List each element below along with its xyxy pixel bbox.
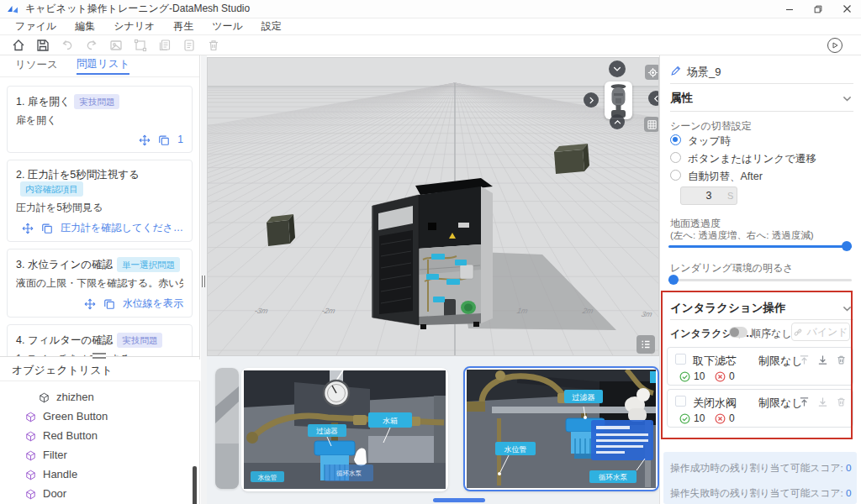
object-item-door[interactable]: Door <box>0 484 200 503</box>
checklist-icon[interactable] <box>182 39 196 52</box>
scene-list-icon[interactable] <box>637 335 655 354</box>
redo-icon[interactable] <box>85 39 98 52</box>
radio-button-link[interactable] <box>670 152 681 163</box>
save-icon[interactable] <box>36 39 50 52</box>
crate-object[interactable] <box>267 214 295 246</box>
viewport-3d[interactable]: -3m -2m 1m 2m 3m <box>207 57 659 356</box>
interaction-item-card[interactable]: 取下滤芯 制限なし 10 0 <box>667 347 853 386</box>
drag-handle-icon[interactable] <box>92 353 106 359</box>
chevron-down-icon[interactable] <box>842 302 853 314</box>
ground-transparency-knob[interactable] <box>842 241 852 251</box>
thumb-label: 循环水泵 <box>599 473 628 481</box>
radio-on-tap[interactable] <box>670 134 681 145</box>
trash-icon[interactable] <box>207 39 220 52</box>
copy-icon[interactable] <box>158 134 170 146</box>
maximize-button[interactable] <box>804 0 832 18</box>
sort-bottom-icon[interactable] <box>817 354 828 365</box>
scene-switch-label: シーンの切替設定 <box>670 119 752 134</box>
interaction-checkbox[interactable] <box>675 354 686 365</box>
fail-score: 0 <box>729 412 735 424</box>
radio-auto-switch[interactable] <box>670 170 681 181</box>
cabinet-machine-model[interactable] <box>372 178 493 329</box>
question-link[interactable]: 圧力計を確認してくださ… <box>61 221 183 235</box>
brightness-slider[interactable] <box>668 279 852 281</box>
move-icon[interactable] <box>22 222 34 234</box>
question-card[interactable]: 4. フィルターの確認実技問題 1. スイッチをオフにする。… 5 <box>7 324 193 356</box>
success-check-icon <box>679 370 690 382</box>
undo-icon[interactable] <box>61 39 74 52</box>
delete-icon[interactable] <box>836 396 847 407</box>
scene-thumbnail-partial[interactable] <box>215 368 239 489</box>
question-card[interactable]: 1. 扉を開く実技問題 扉を開く 1 <box>7 86 193 153</box>
ground-transparency-sublabel: (左へ: 透過度増、右へ: 透過度減) <box>670 229 813 242</box>
cube-icon <box>39 391 50 403</box>
interaction-item-card[interactable]: 关闭水阀 制限なし 10 0 <box>667 389 853 428</box>
move-icon[interactable] <box>139 134 151 146</box>
ground-transparency-slider[interactable] <box>668 245 852 248</box>
scene-thumbnail-selected[interactable]: 过滤器 水位管 循环水泵 <box>463 366 659 491</box>
order-toggle[interactable] <box>729 327 747 338</box>
interaction-header[interactable]: インタラクション操作 <box>670 301 786 316</box>
cabinet-door[interactable] <box>372 195 419 325</box>
edit-scene-name-icon[interactable] <box>670 64 682 76</box>
question-card[interactable]: 2. 圧力計を5秒間注視する内容確認項目 圧力計を5秒間見る 圧力計を確認してく… <box>7 160 193 242</box>
question-link[interactable]: 水位線を表示 <box>123 297 183 311</box>
transform-icon[interactable] <box>134 39 147 52</box>
tab-question-list[interactable]: 問題リスト <box>77 57 129 75</box>
move-icon[interactable] <box>84 297 96 310</box>
radio-button-link-label[interactable]: ボタンまたはリンクで遷移 <box>688 152 816 166</box>
menu-item-tools[interactable]: ツール <box>212 19 243 34</box>
sort-top-icon[interactable] <box>799 396 810 407</box>
properties-header[interactable]: 属性 <box>670 91 693 106</box>
object-item-zhizhen[interactable]: zhizhen <box>0 387 200 407</box>
collapse-chevron-icon[interactable] <box>609 60 626 77</box>
preview-play-button[interactable] <box>827 38 843 53</box>
floor-label: 1m <box>516 307 529 315</box>
menu-item-settings[interactable]: 設定 <box>261 19 282 34</box>
chevron-down-icon[interactable] <box>842 92 853 104</box>
grid-view-icon[interactable] <box>644 117 659 132</box>
copy-icon[interactable] <box>103 297 115 310</box>
copy-page-icon[interactable] <box>158 39 172 52</box>
success-score-value: 0 <box>846 462 852 474</box>
object-list-scrollbar[interactable] <box>193 466 197 504</box>
sort-top-icon[interactable] <box>799 354 810 365</box>
delete-icon[interactable] <box>836 354 847 365</box>
interaction-limit[interactable]: 制限なし <box>758 354 803 369</box>
menu-item-play[interactable]: 再生 <box>173 19 193 34</box>
question-desc: 液面の上限・下限を確認する。赤い矢印が基準… <box>16 277 183 290</box>
close-button[interactable] <box>832 0 861 18</box>
sort-bottom-icon[interactable] <box>817 396 828 407</box>
cube-icon <box>25 410 36 423</box>
interaction-name: 取下滤芯 <box>693 354 737 369</box>
rotate-up-chevron-icon[interactable] <box>610 114 625 129</box>
crate-object[interactable] <box>554 144 589 174</box>
menu-item-scenario[interactable]: シナリオ <box>114 19 155 34</box>
brightness-knob[interactable] <box>668 275 679 285</box>
title-bar: キャビネット操作トレーニング-DataMesh Studio <box>0 0 861 18</box>
radio-auto-switch-label[interactable]: 自動切替、After <box>688 170 763 184</box>
object-item-red-button[interactable]: Red Button <box>0 426 200 445</box>
radio-on-tap-label[interactable]: タップ時 <box>688 134 731 149</box>
question-card[interactable]: 3. 水位ラインの確認単一選択問題 液面の上限・下限を確認する。赤い矢印が基準…… <box>7 249 193 318</box>
object-item-green-button[interactable]: Green Button <box>0 407 200 426</box>
rotate-left-chevron-icon[interactable] <box>584 92 599 108</box>
interaction-limit[interactable]: 制限なし <box>758 396 803 411</box>
rotate-right-chevron-icon[interactable] <box>648 91 659 106</box>
target-focus-icon[interactable] <box>645 65 659 80</box>
thumbnail-scrollbar[interactable] <box>433 498 485 502</box>
object-item-handle[interactable]: Handle <box>0 465 200 484</box>
splitter-handle-icon[interactable] <box>202 276 205 287</box>
left-splitter[interactable] <box>201 55 207 504</box>
menu-item-file[interactable]: ファイル <box>15 19 56 34</box>
minimize-button[interactable] <box>775 0 804 18</box>
scene-thumbnail[interactable]: 过滤器 水箱 水位管 循环水泵 <box>241 368 448 491</box>
screenshot-icon[interactable] <box>109 39 123 52</box>
object-item-filter[interactable]: Filter <box>0 445 200 465</box>
bind-button[interactable]: バインド <box>791 323 850 341</box>
interaction-checkbox[interactable] <box>675 396 686 407</box>
tab-resources[interactable]: リソース <box>15 58 58 74</box>
menu-item-edit[interactable]: 編集 <box>75 19 95 34</box>
copy-icon[interactable] <box>41 222 53 234</box>
home-icon[interactable] <box>12 39 25 52</box>
